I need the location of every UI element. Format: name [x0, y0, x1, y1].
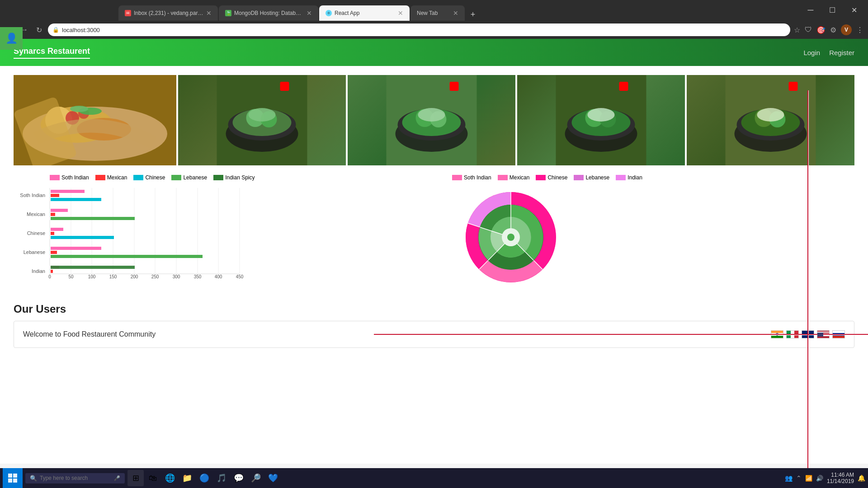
new-tab-button[interactable]: + [467, 8, 479, 21]
taskbar-explorer[interactable]: 📁 [179, 470, 195, 486]
donut-legend-mexican: Mexican [498, 174, 530, 181]
register-link[interactable]: Register [829, 49, 854, 56]
svg-text:Chinese: Chinese [27, 230, 45, 236]
legend-indian-spicy: Indian Spicy [213, 174, 255, 181]
taskbar-search-icon: 🔍 [30, 475, 37, 482]
legend-indian-spicy-color [213, 175, 223, 180]
food-image-1-svg [14, 75, 176, 165]
legend-chinese-color [133, 175, 143, 180]
svg-text:350: 350 [194, 274, 202, 279]
taskbar-lens[interactable]: 🔎 [248, 470, 264, 486]
svg-rect-17 [280, 82, 289, 91]
start-button[interactable] [3, 468, 23, 488]
svg-text:Mexican: Mexican [27, 211, 45, 217]
taskbar-notification-icon[interactable]: 🔔 [858, 474, 865, 482]
svg-rect-62 [51, 213, 55, 216]
tab-mongodb-close[interactable]: ✕ [307, 9, 312, 17]
svg-text:50: 50 [68, 274, 74, 279]
extension-icon-3[interactable]: ⚙ [830, 26, 836, 34]
taskbar-date: 11/14/2019 [827, 478, 854, 484]
taskbar-people-icon[interactable]: 👥 [785, 474, 793, 482]
tab-react-close[interactable]: ✕ [398, 9, 403, 17]
taskbar-vscode[interactable]: 💙 [265, 470, 281, 486]
legend-soth-indian-color [50, 175, 60, 180]
tab-newtab-close[interactable]: ✕ [453, 9, 458, 17]
taskbar-network-icon[interactable]: 📶 [805, 475, 812, 482]
svg-rect-58 [51, 190, 85, 193]
users-section: Our Users Welcome to Food Restaurent Com… [0, 294, 868, 357]
svg-rect-66 [51, 236, 114, 239]
donut-legend-mexican-label: Mexican [509, 174, 530, 181]
svg-rect-101 [13, 474, 17, 478]
tab-mongodb[interactable]: 🍃 MongoDB Hosting: Database-as... ✕ [219, 5, 318, 21]
svg-text:Indian: Indian [32, 268, 45, 274]
svg-rect-102 [8, 479, 12, 483]
taskbar-chrome[interactable]: 🔵 [196, 470, 212, 486]
gallery-image-2 [178, 75, 346, 165]
svg-rect-71 [51, 270, 53, 273]
user-icon: 👤 [5, 33, 18, 44]
tab-email[interactable]: ✉ Inbox (2,231) - vedang.parasnis... ✕ [118, 5, 218, 21]
taskbar-up-arrow[interactable]: ⌃ [796, 474, 802, 482]
browser-controls: ← → ↻ 🔒 localhost:3000 ☆ 🛡 🎯 ⚙ V ⋮ [0, 21, 868, 39]
navbar: Synarcs Restaurent Login Register [0, 39, 868, 66]
address-bar[interactable]: 🔒 localhost:3000 [48, 23, 790, 36]
svg-text:Lebanese: Lebanese [24, 249, 45, 255]
legend-chinese: Chinese [133, 174, 165, 181]
close-button[interactable]: ✕ [844, 3, 864, 17]
taskbar-edge[interactable]: 🌐 [162, 470, 178, 486]
gallery [0, 66, 868, 170]
navbar-brand: Synarcs Restaurent [14, 47, 90, 59]
legend-soth-indian-label: Soth Indian [61, 174, 89, 181]
taskbar-search-input[interactable] [40, 475, 111, 481]
donut-legend-chinese: Chinese [536, 174, 567, 181]
taskbar-app-icons: ⊞ 🛍 🌐 📁 🔵 🎵 💬 🔎 💙 [127, 470, 281, 486]
legend-indian-spicy-label: Indian Spicy [225, 174, 255, 181]
extension-icon-2[interactable]: 🎯 [816, 26, 826, 34]
bar-chart-legend: Soth Indian Mexican Chinese Lebanese Ind… [9, 174, 416, 181]
taskbar-store[interactable]: 🛍 [145, 470, 161, 486]
profile-icon[interactable]: V [841, 24, 852, 35]
flag-uk [802, 330, 814, 338]
taskbar-search[interactable]: 🔍 🎤 [25, 473, 125, 483]
user-sidebar-button[interactable]: 👤 [0, 27, 23, 50]
menu-icon[interactable]: ⋮ [856, 26, 863, 34]
svg-text:100: 100 [88, 274, 96, 279]
svg-rect-69 [51, 255, 203, 258]
maximize-button[interactable]: ☐ [822, 3, 843, 17]
reload-button[interactable]: ↻ [33, 24, 44, 35]
svg-rect-68 [51, 251, 57, 254]
taskbar-task-view[interactable]: ⊞ [127, 470, 144, 486]
tab-newtab[interactable]: New Tab ✕ [410, 5, 465, 21]
minimize-button[interactable]: ─ [800, 3, 821, 17]
svg-rect-103 [13, 479, 17, 483]
svg-text:450: 450 [236, 274, 244, 279]
svg-rect-64 [51, 228, 63, 231]
legend-mexican-color [95, 175, 105, 180]
browser-chrome: ✉ Inbox (2,231) - vedang.parasnis... ✕ 🍃… [0, 0, 868, 39]
svg-point-8 [70, 106, 88, 112]
svg-rect-61 [51, 209, 68, 212]
extension-icon-1[interactable]: 🛡 [805, 26, 812, 34]
legend-mexican: Mexican [95, 174, 127, 181]
svg-text:200: 200 [131, 274, 138, 279]
svg-rect-59 [51, 194, 59, 197]
taskbar-sound-icon[interactable]: 🔊 [816, 475, 823, 482]
bar-chart-svg: Soth Indian Mexican Chinese Lebanese Ind… [9, 183, 244, 278]
donut-legend-indian: Indian [616, 174, 642, 181]
flag-icons [771, 330, 845, 338]
tab-email-close[interactable]: ✕ [206, 9, 212, 17]
svg-point-40 [757, 108, 784, 122]
taskbar-slack[interactable]: 💬 [231, 470, 247, 486]
legend-lebanese-color [171, 175, 181, 180]
bookmark-icon[interactable]: ☆ [794, 26, 800, 34]
donut-chart-svg [452, 185, 570, 289]
users-card: Welcome to Food Restaurent Community [14, 321, 854, 348]
taskbar-spotify[interactable]: 🎵 [213, 470, 230, 486]
donut-chart-legend: Soth Indian Mexican Chinese Lebanese Ind… [452, 174, 642, 181]
login-link[interactable]: Login [803, 49, 820, 56]
tab-react[interactable]: ⚛ React App ✕ [319, 5, 410, 21]
donut-legend-lebanese-label: Lebanese [585, 174, 609, 181]
svg-rect-33 [619, 82, 628, 91]
tab-mongodb-title: MongoDB Hosting: Database-as... [234, 10, 304, 16]
